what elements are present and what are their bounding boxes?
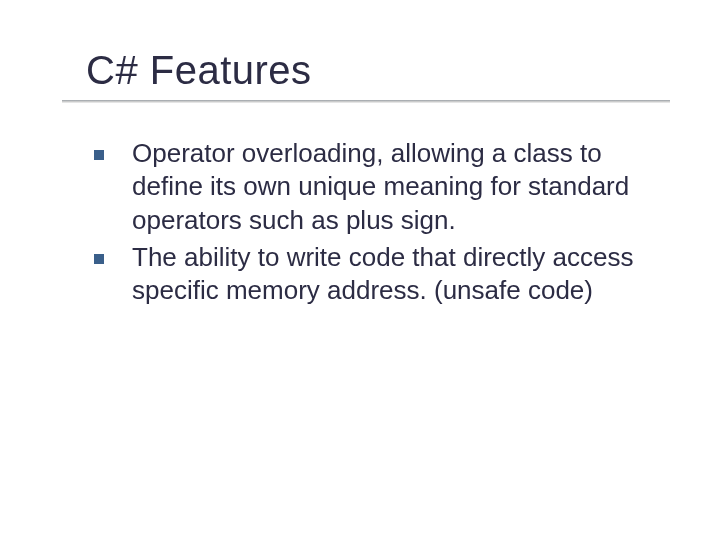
list-item: The ability to write code that directly …: [94, 241, 660, 308]
title-underline: [62, 100, 670, 103]
bullet-list: Operator overloading, allowing a class t…: [86, 137, 660, 307]
slide-title: C# Features: [86, 48, 660, 103]
square-bullet-icon: [94, 254, 104, 264]
bullet-text: The ability to write code that directly …: [132, 242, 633, 305]
square-bullet-icon: [94, 150, 104, 160]
list-item: Operator overloading, allowing a class t…: [94, 137, 660, 237]
bullet-text: Operator overloading, allowing a class t…: [132, 138, 629, 235]
slide: C# Features Operator overloading, allowi…: [0, 0, 720, 540]
title-wrap: C# Features: [86, 48, 660, 103]
